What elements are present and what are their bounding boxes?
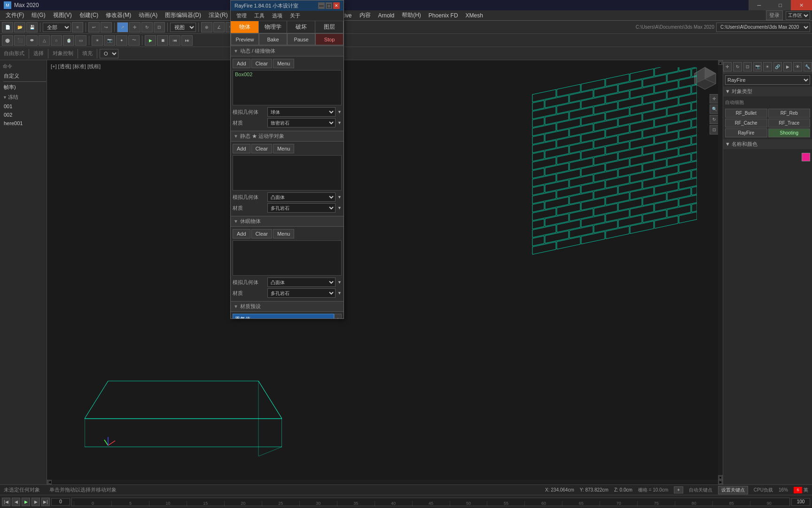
rp-hierarchy-btn[interactable]: 🔗 <box>773 62 782 71</box>
static-clear-btn[interactable]: Clear <box>251 144 272 153</box>
menu-xmesh[interactable]: XMesh <box>462 11 487 20</box>
dynamic-menu-btn[interactable]: Menu <box>273 59 295 68</box>
zoom-icon[interactable]: 🔍 <box>710 104 719 114</box>
step-fwd-frame-btn[interactable]: ▶ <box>31 498 40 506</box>
save-btn[interactable]: 💾 <box>26 22 38 32</box>
menu-help[interactable]: 帮助(H) <box>398 10 425 20</box>
scale-btn[interactable]: ⊡ <box>154 22 165 32</box>
light-btn[interactable]: ☀ <box>92 35 103 46</box>
sidebar-item-002[interactable]: 002 <box>2 111 45 119</box>
select-mode-btn[interactable]: ↗ <box>117 22 128 32</box>
timeline-ruler[interactable]: 0 5 10 15 20 25 30 35 40 45 50 55 60 65 … <box>71 498 790 506</box>
tab-physics-object[interactable]: 物体 <box>231 21 259 33</box>
stop-btn[interactable]: ⏹ <box>157 35 168 46</box>
rp-utilities-btn[interactable]: 🔧 <box>804 62 812 71</box>
material-preset-input[interactable] <box>233 314 334 318</box>
static-material-select[interactable]: 多孔岩石 <box>267 203 336 213</box>
dialog-menu-manage[interactable]: 管理 <box>234 11 250 20</box>
menu-group[interactable]: 组(G) <box>28 10 49 20</box>
rp-display-btn[interactable]: 👁 <box>793 62 802 71</box>
kinematic-menu-btn[interactable]: Menu <box>273 229 295 238</box>
end-frame-input[interactable] <box>791 498 810 506</box>
dynamic-add-btn[interactable]: Add <box>233 59 250 68</box>
dynamic-list-box[interactable]: Box002 <box>233 70 342 105</box>
minimize-btn[interactable]: ─ <box>749 0 770 10</box>
helper-btn[interactable]: ✦ <box>116 35 127 46</box>
add-keyframe-btn[interactable]: + <box>674 486 683 493</box>
stop-btn-dialog[interactable]: Stop <box>315 33 344 45</box>
rp-light-btn[interactable]: ☀ <box>763 62 772 71</box>
create-cylinder-btn[interactable]: ⬬ <box>26 35 38 46</box>
select-all-dropdown[interactable]: 全部 <box>43 23 71 32</box>
current-frame-input[interactable] <box>51 498 70 506</box>
kinematic-list-box[interactable] <box>233 240 342 276</box>
kinematic-clear-btn[interactable]: Clear <box>251 229 272 238</box>
kinematic-geom-select[interactable]: 凸面体 <box>267 278 336 287</box>
static-list-box[interactable] <box>233 155 342 190</box>
rp-rotate-btn[interactable]: ↻ <box>733 62 742 71</box>
dialog-menu-tools[interactable]: 工具 <box>251 11 267 20</box>
fov-icon[interactable]: ⊡ <box>710 125 719 135</box>
menu-create[interactable]: 创建(C) <box>76 10 102 20</box>
rp-motion-btn[interactable]: ▶ <box>783 62 792 71</box>
dialog-max-btn[interactable]: □ <box>326 2 332 9</box>
scroll-down-btn[interactable]: ▼ <box>718 475 723 480</box>
rp-scale-btn[interactable]: ⊡ <box>743 62 752 71</box>
menu-modifier[interactable]: 修改器(M) <box>102 10 135 20</box>
material-preset-up-btn[interactable]: ▲ <box>334 314 342 318</box>
sidebar-item-fps[interactable]: 帧率) <box>2 83 45 92</box>
rf-cache-btn[interactable]: RF_Cache <box>725 119 767 127</box>
bake-btn[interactable]: Bake <box>259 33 287 45</box>
menu-graph-editor[interactable]: 图形编辑器(D) <box>161 10 205 20</box>
rf-reb-btn[interactable]: RF_Reb <box>768 109 811 118</box>
create-plane-btn[interactable]: ▭ <box>75 35 86 46</box>
scroll-up-btn[interactable]: ▲ <box>718 60 723 65</box>
redo-btn[interactable]: ↪ <box>101 22 112 32</box>
viewport[interactable]: [+] [透视] [标准] [线框] ✛ 🔍 ↻ ⊡ <box>47 60 723 484</box>
create-teapot-btn[interactable]: 🍵 <box>63 35 74 46</box>
step-back-frame-btn[interactable]: ◀ <box>12 498 20 506</box>
new-scene-btn[interactable]: 📄 <box>2 22 13 32</box>
rp-move-btn[interactable]: ✛ <box>723 62 732 71</box>
kinematic-section-header[interactable]: ▼ 休眠物体 <box>231 216 344 227</box>
material-preset-header[interactable]: ▼ 材质预设 <box>231 301 344 312</box>
preview-btn[interactable]: Preview <box>231 33 259 45</box>
static-menu-btn[interactable]: Menu <box>273 144 295 153</box>
dynamic-section-header[interactable]: ▼ 动态 / 碰撞物体 <box>231 46 344 56</box>
sidebar-item-001[interactable]: 001 <box>2 103 45 110</box>
menu-view[interactable]: 视图(V) <box>49 10 76 20</box>
sidebar-item-here001[interactable]: here001 <box>2 119 45 127</box>
static-section-header[interactable]: ▼ 静态 ★ 运动学对象 <box>231 131 344 142</box>
set-key-btn[interactable]: 设置关键点 <box>718 486 748 494</box>
rf-bullet-btn[interactable]: RF_Bullet <box>725 109 767 118</box>
menu-content[interactable]: 内容 <box>356 10 375 20</box>
dynamic-geom-select[interactable]: 球体 <box>267 107 336 117</box>
kinematic-add-btn[interactable]: Add <box>233 229 250 238</box>
space-warp-btn[interactable]: 〜 <box>128 35 140 46</box>
menu-animation[interactable]: 动画(A) <box>135 10 161 20</box>
rp-camera-btn[interactable]: 📷 <box>753 62 762 71</box>
camera-btn[interactable]: 📷 <box>104 35 115 46</box>
viewport-scroll-h[interactable]: ◀ ▶ <box>47 480 723 484</box>
dialog-menu-options[interactable]: 选项 <box>269 11 285 20</box>
dialog-close-btn[interactable]: ✕ <box>333 2 340 9</box>
static-add-btn[interactable]: Add <box>233 144 250 153</box>
rf-trace-btn[interactable]: RF_Trace <box>768 119 811 127</box>
dynamic-material-select[interactable]: 致密岩石 <box>267 118 336 127</box>
create-sphere-btn[interactable]: ⬤ <box>2 35 13 46</box>
login-label[interactable]: 登录 <box>766 10 783 20</box>
pause-btn[interactable]: Pause <box>287 33 315 45</box>
create-torus-btn[interactable]: ○ <box>51 35 62 46</box>
dynamic-clear-btn[interactable]: Clear <box>251 59 272 68</box>
open-btn[interactable]: 📂 <box>14 22 25 32</box>
select-by-name-btn[interactable]: ≡ <box>72 22 83 32</box>
sidebar-item-custom[interactable]: 自定义 <box>2 71 45 80</box>
rayfire-object-select[interactable]: RayFire <box>725 75 810 85</box>
fill-dropdown[interactable]: O <box>100 49 118 58</box>
pan-icon[interactable]: ✛ <box>710 94 719 103</box>
rayfire-type-btn[interactable]: RayFire <box>725 128 767 137</box>
workspace-select[interactable]: 工作区 <box>786 11 810 20</box>
menu-phoenix[interactable]: Phoenix FD <box>425 11 462 20</box>
viewport-scroll-v[interactable]: ▲ ▼ <box>718 60 723 480</box>
step-back-btn[interactable]: ⏮ <box>169 35 180 46</box>
